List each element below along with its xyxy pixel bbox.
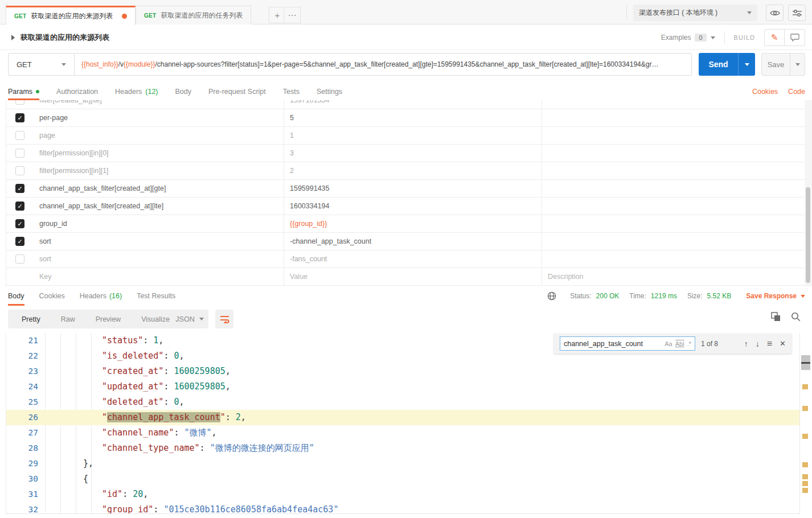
param-row: filter[created_at][lte]1597101334 — [6, 100, 805, 109]
disclosure-triangle-icon[interactable] — [11, 35, 15, 40]
save-response-button[interactable]: Save Response — [746, 292, 805, 300]
param-checkbox[interactable] — [15, 254, 24, 264]
param-description[interactable] — [542, 250, 805, 268]
param-description-placeholder[interactable]: Description — [542, 268, 805, 285]
param-description[interactable] — [542, 127, 805, 144]
param-key[interactable]: channel_app_task_filter[created_at][lte] — [34, 202, 284, 210]
status-value: 200 OK — [596, 292, 620, 300]
tab-settings[interactable]: Settings — [317, 83, 342, 100]
tab-tests[interactable]: Tests — [283, 83, 300, 100]
environment-selector[interactable]: 渠道发布接口 ( 本地环境 ) — [633, 5, 757, 21]
view-mode-preview[interactable]: Preview — [85, 315, 131, 323]
param-checkbox[interactable] — [15, 131, 24, 140]
param-key[interactable]: filter[permission][in][0] — [34, 149, 284, 157]
response-tab-cookies[interactable]: Cookies — [39, 286, 65, 306]
send-options-button[interactable] — [738, 53, 755, 76]
param-value-text: 2 — [290, 167, 294, 175]
param-checkbox[interactable] — [15, 149, 24, 158]
param-checkbox[interactable]: ✓ — [15, 219, 24, 228]
param-key[interactable]: group_id — [34, 220, 284, 228]
param-description[interactable] — [542, 109, 805, 126]
response-tab-headers[interactable]: Headers(16) — [80, 286, 122, 306]
param-value[interactable]: 5 — [284, 109, 542, 126]
copy-response-button[interactable] — [771, 312, 781, 322]
param-checkbox[interactable] — [15, 100, 24, 105]
comments-button[interactable] — [785, 29, 805, 46]
request-tab[interactable]: GET获取渠道的应用的任务列表 — [136, 6, 251, 24]
param-key[interactable]: filter[permission][in][1] — [34, 167, 284, 175]
next-match-button[interactable]: ↓ — [756, 339, 760, 348]
param-key-placeholder[interactable]: Key — [34, 273, 284, 281]
response-scrollbar[interactable] — [799, 333, 812, 514]
param-key[interactable]: page — [34, 131, 284, 139]
search-response-button[interactable] — [791, 312, 801, 322]
param-key[interactable]: filter[created_at][lte] — [34, 100, 284, 104]
previous-match-button[interactable]: ↑ — [744, 339, 748, 348]
param-description[interactable] — [542, 215, 805, 232]
params-scrollbar-thumb[interactable] — [806, 187, 810, 283]
tab-pre-request-script[interactable]: Pre-request Script — [208, 83, 266, 100]
param-description[interactable] — [542, 162, 805, 179]
cookies-link[interactable]: Cookies — [752, 88, 778, 96]
tab-authorization[interactable]: Authorization — [56, 83, 98, 100]
wrap-text-button[interactable] — [215, 310, 233, 328]
param-checkbox[interactable]: ✓ — [15, 184, 24, 193]
param-value[interactable]: 1 — [284, 127, 542, 144]
method-selector[interactable]: GET — [8, 53, 75, 76]
request-tab[interactable]: GET获取渠道的应用的来源列表 — [6, 6, 136, 25]
match-case-toggle[interactable]: Aa — [665, 340, 672, 347]
param-value[interactable]: {{group_id}} — [284, 215, 542, 232]
param-value-text: {{group_id}} — [290, 220, 327, 228]
param-key[interactable]: sort — [34, 255, 284, 263]
whole-word-toggle[interactable]: Abl — [675, 340, 684, 347]
param-value[interactable]: -channel_app_task_count — [284, 233, 542, 250]
param-description[interactable] — [542, 145, 805, 162]
environment-quick-look-button[interactable] — [766, 5, 784, 21]
send-button[interactable]: Send — [699, 53, 738, 76]
param-value[interactable]: 2 — [284, 162, 542, 179]
close-find-button[interactable]: ✕ — [780, 339, 786, 348]
save-options-button[interactable] — [790, 54, 805, 75]
param-checkbox[interactable]: ✓ — [15, 113, 24, 122]
param-description[interactable] — [542, 100, 805, 109]
param-checkbox[interactable] — [15, 166, 24, 175]
regex-toggle[interactable]: .* — [687, 340, 691, 347]
find-input[interactable] — [564, 340, 662, 348]
param-value[interactable]: 1600334194 — [284, 198, 542, 215]
tab-options-button[interactable]: ⋯ — [284, 7, 301, 23]
param-description[interactable] — [542, 180, 805, 197]
globe-icon[interactable] — [547, 291, 556, 301]
view-mode-pretty[interactable]: Pretty — [11, 315, 51, 323]
param-value[interactable]: -fans_count — [284, 250, 542, 268]
search-match-marker — [802, 434, 808, 439]
environment-settings-button[interactable] — [788, 5, 806, 21]
param-description[interactable] — [542, 198, 805, 215]
response-tab-test-results[interactable]: Test Results — [137, 286, 175, 306]
param-value[interactable]: 1595991435 — [284, 180, 542, 197]
save-button[interactable]: Save — [762, 54, 790, 75]
params-scrollbar[interactable] — [805, 100, 812, 286]
code-content: "created_at": 1600259805, — [102, 364, 231, 379]
response-tab-body[interactable]: Body — [8, 286, 24, 306]
tab-headers[interactable]: Headers(12) — [115, 83, 158, 100]
tab-body[interactable]: Body — [175, 83, 192, 100]
param-value-placeholder[interactable]: Value — [284, 268, 542, 285]
param-key[interactable]: channel_app_task_filter[created_at][gte] — [34, 184, 284, 192]
param-value[interactable]: 3 — [284, 145, 542, 162]
url-input[interactable]: {{host_info}}/v{{module}}/channel-app-so… — [74, 53, 692, 76]
param-row: ✓per-page5 — [6, 109, 805, 127]
view-mode-raw[interactable]: Raw — [51, 315, 85, 323]
param-key[interactable]: sort — [34, 237, 284, 245]
find-in-selection-button[interactable]: ≡ — [767, 339, 772, 349]
param-checkbox[interactable]: ✓ — [15, 237, 24, 246]
code-content: "updated_at": 1600259805, — [102, 379, 231, 394]
edit-documentation-button[interactable]: ✎ — [764, 29, 785, 46]
response-format-selector[interactable]: JSON — [171, 310, 208, 328]
tab-params[interactable]: Params — [8, 83, 39, 100]
param-key[interactable]: per-page — [34, 114, 284, 122]
examples-dropdown[interactable]: Examples 0 — [661, 34, 715, 42]
code-link[interactable]: Code — [788, 88, 805, 96]
param-value[interactable]: 1597101334 — [284, 100, 542, 109]
param-checkbox[interactable]: ✓ — [15, 202, 24, 211]
param-description[interactable] — [542, 233, 805, 250]
